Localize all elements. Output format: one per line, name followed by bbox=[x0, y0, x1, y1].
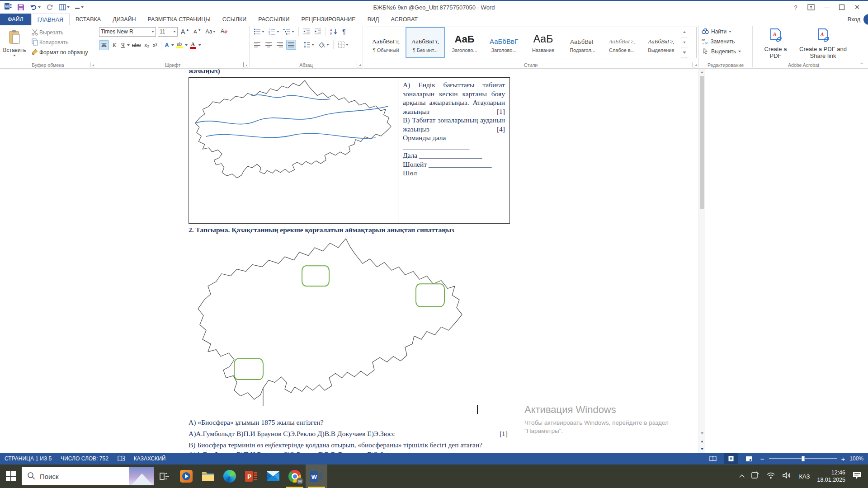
maximize-button[interactable] bbox=[835, 2, 849, 13]
wifi-icon[interactable] bbox=[766, 472, 775, 481]
edge-icon[interactable] bbox=[219, 465, 241, 488]
scrollbar-thumb[interactable] bbox=[700, 76, 704, 209]
paragraph-dialog-launcher[interactable] bbox=[357, 62, 362, 67]
zoom-in-button[interactable]: + bbox=[841, 455, 845, 463]
paste-button[interactable]: Вставить bbox=[3, 27, 26, 59]
tab-page-layout[interactable]: РАЗМЕТКА СТРАНИЦЫ bbox=[142, 14, 217, 25]
copy-button[interactable]: Копировать bbox=[30, 38, 90, 47]
styles-scroll-up[interactable] bbox=[681, 27, 688, 38]
vertical-scrollbar[interactable] bbox=[698, 69, 705, 453]
subscript-button[interactable]: x₂ bbox=[143, 40, 151, 50]
previous-page-button[interactable] bbox=[699, 438, 705, 445]
web-layout-button[interactable] bbox=[742, 453, 756, 464]
word-taskbar-icon[interactable]: W bbox=[306, 465, 327, 488]
underline-button[interactable]: Ч bbox=[120, 40, 126, 50]
close-button[interactable]: ✕ bbox=[850, 2, 864, 13]
italic-button[interactable]: К bbox=[110, 40, 119, 50]
tab-acrobat[interactable]: ACROBAT bbox=[385, 14, 424, 25]
undo-button[interactable] bbox=[30, 4, 41, 11]
style-heading1[interactable]: АаБ Заголово... bbox=[445, 27, 484, 58]
tab-view[interactable]: ВИД bbox=[362, 14, 385, 25]
read-mode-button[interactable] bbox=[706, 453, 720, 464]
cut-button[interactable]: Вырезать bbox=[30, 28, 90, 37]
hidden-icons-chevron[interactable] bbox=[740, 474, 745, 479]
increase-indent-button[interactable] bbox=[313, 27, 323, 37]
styles-scroll-down[interactable] bbox=[681, 38, 688, 48]
document-canvas[interactable]: жазыңыз) А) Ендік бағыттағы табиғат зона… bbox=[0, 69, 868, 453]
style-title[interactable]: АаБ Название bbox=[524, 27, 563, 58]
font-size-combo[interactable]: 11 bbox=[158, 27, 178, 37]
font-name-combo[interactable]: Times New R bbox=[99, 27, 156, 37]
clear-formatting-button[interactable]: А bbox=[219, 27, 229, 37]
tab-review[interactable]: РЕЦЕНЗИРОВАНИЕ bbox=[295, 14, 361, 25]
language-tray[interactable]: КАЗ bbox=[799, 473, 810, 480]
tab-home[interactable]: ГЛАВНАЯ bbox=[31, 14, 70, 25]
zoom-slider-thumb[interactable] bbox=[802, 456, 805, 461]
align-center-button[interactable] bbox=[264, 40, 274, 50]
file-explorer-icon[interactable] bbox=[197, 465, 219, 488]
styles-gallery-more[interactable] bbox=[681, 47, 688, 58]
align-right-button[interactable] bbox=[275, 40, 285, 50]
scroll-up-arrow[interactable] bbox=[699, 69, 705, 75]
language-indicator[interactable]: КАЗАХСКИЙ bbox=[134, 455, 166, 462]
table-draw-button[interactable] bbox=[59, 4, 70, 11]
proofing-icon[interactable]: ✕ bbox=[118, 455, 125, 462]
tablet-mode-icon[interactable] bbox=[751, 471, 759, 481]
style-normal[interactable]: АаБбВвГг, ¶ Обычный bbox=[366, 27, 406, 58]
style-subtle-emphasis[interactable]: АаБбВвГг, Слабое в... bbox=[602, 27, 642, 58]
taskbar-search[interactable]: Поиск bbox=[22, 467, 154, 485]
save-button[interactable] bbox=[17, 4, 24, 11]
volume-icon[interactable] bbox=[783, 472, 792, 481]
bullets-button[interactable] bbox=[252, 27, 266, 37]
grow-font-button[interactable]: А▲ bbox=[179, 27, 190, 37]
action-center-icon[interactable] bbox=[853, 471, 862, 481]
customize-qat-button[interactable]: ▬ bbox=[75, 5, 84, 10]
format-painter-button[interactable]: Формат по образцу bbox=[30, 48, 90, 56]
create-pdf-share-button[interactable]: A Create a PDF and Share link bbox=[796, 27, 850, 60]
sign-in-link[interactable]: Вход bbox=[848, 14, 868, 25]
collapse-ribbon-button[interactable]: ⌃ bbox=[860, 62, 863, 67]
shrink-font-button[interactable]: А▼ bbox=[192, 27, 202, 37]
justify-button[interactable] bbox=[286, 40, 296, 50]
style-subtitle[interactable]: АаБбВвГ Подзагол... bbox=[563, 27, 602, 58]
line-spacing-button[interactable] bbox=[302, 40, 316, 50]
find-button[interactable]: Найти bbox=[702, 27, 750, 37]
tab-insert[interactable]: ВСТАВКА bbox=[70, 14, 107, 25]
print-layout-button[interactable] bbox=[724, 453, 738, 464]
sort-button[interactable]: АЯ bbox=[329, 27, 340, 37]
superscript-button[interactable]: x² bbox=[151, 40, 159, 50]
mail-icon[interactable] bbox=[262, 465, 284, 488]
create-pdf-button[interactable]: A Create a PDF bbox=[758, 27, 793, 60]
shading-button[interactable] bbox=[317, 40, 330, 50]
page-indicator[interactable]: СТРАНИЦА 1 ИЗ 5 bbox=[5, 455, 52, 462]
powerpoint-icon[interactable]: P bbox=[241, 465, 262, 488]
bold-button[interactable]: Ж bbox=[99, 40, 109, 50]
clipboard-dialog-launcher[interactable] bbox=[90, 62, 95, 67]
font-dialog-launcher[interactable] bbox=[243, 62, 248, 67]
task-view-button[interactable] bbox=[154, 465, 175, 488]
select-button[interactable]: Выделить bbox=[702, 47, 750, 56]
word-count[interactable]: ЧИСЛО СЛОВ: 752 bbox=[61, 455, 108, 462]
highlight-color-button[interactable]: ab bbox=[175, 40, 184, 50]
decrease-indent-button[interactable] bbox=[302, 27, 311, 37]
styles-dialog-launcher[interactable] bbox=[693, 62, 698, 67]
numbering-button[interactable]: 123 bbox=[267, 27, 281, 37]
zoom-slider[interactable] bbox=[769, 458, 837, 459]
help-button[interactable]: ? bbox=[788, 2, 803, 13]
style-emphasis[interactable]: АаБбВвГг, Выделение bbox=[642, 27, 681, 58]
start-button[interactable] bbox=[0, 465, 22, 488]
style-heading2[interactable]: АаБбВвГ Заголово... bbox=[484, 27, 524, 58]
align-left-button[interactable] bbox=[252, 40, 262, 50]
change-case-button[interactable]: Аа bbox=[204, 27, 217, 37]
text-effects-button[interactable]: А bbox=[164, 40, 170, 50]
tab-file[interactable]: ФАЙЛ bbox=[0, 14, 31, 25]
media-player-icon[interactable] bbox=[175, 465, 197, 488]
show-marks-button[interactable]: ¶ bbox=[341, 27, 347, 37]
replace-button[interactable]: ab→ac Заменить bbox=[702, 37, 750, 47]
tab-design[interactable]: ДИЗАЙН bbox=[107, 14, 142, 25]
tab-mailings[interactable]: РАССЫЛКИ bbox=[252, 14, 295, 25]
scroll-down-arrow[interactable] bbox=[699, 430, 705, 436]
zoom-out-button[interactable]: − bbox=[760, 455, 764, 463]
borders-button[interactable] bbox=[336, 40, 350, 50]
tray-clock[interactable]: 12:46 18.01.2025 bbox=[817, 469, 845, 484]
